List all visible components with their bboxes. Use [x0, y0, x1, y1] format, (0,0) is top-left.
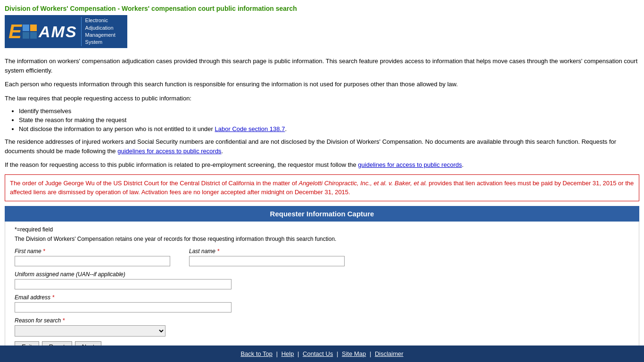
logo-area: E AMS Electronic Adjudication Management…: [0, 15, 644, 53]
logo-tagline-line1: Electronic Adjudication: [85, 17, 124, 32]
email-label: Email address *: [15, 294, 629, 301]
public-records-link2[interactable]: guidelines for access to public records: [358, 161, 462, 168]
reason-group: Reason for search * Legal Medical Resear…: [15, 317, 629, 337]
uan-label: Uniform assigned name (UAN--if applicabl…: [15, 271, 629, 278]
first-name-group: First name *: [15, 248, 170, 266]
footer-sep4: |: [370, 350, 373, 357]
last-name-input[interactable]: [189, 256, 345, 266]
footer: Back to Top | Help | Contact Us | Site M…: [0, 346, 644, 362]
footer-disclaimer[interactable]: Disclaimer: [375, 350, 404, 357]
logo-e-letter: E: [8, 22, 22, 41]
footer-sep2: |: [297, 350, 301, 357]
first-name-label: First name *: [15, 248, 170, 255]
first-name-input[interactable]: [15, 256, 170, 266]
footer-contact-us[interactable]: Contact Us: [303, 350, 333, 357]
uan-input[interactable]: [15, 279, 231, 289]
logo-tagline-line2: Management System: [85, 32, 124, 46]
name-row: First name * Last name *: [15, 248, 629, 266]
logo-left: E AMS: [8, 22, 77, 41]
p5-suffix: .: [462, 161, 464, 168]
bullet3-suffix: .: [285, 125, 287, 132]
email-group: Email address *: [15, 294, 629, 313]
logo-box: E AMS Electronic Adjudication Management…: [5, 15, 127, 48]
info-p5: If the reason for requesting access to t…: [5, 160, 639, 170]
labor-code-link[interactable]: Labor Code section 138.7: [215, 125, 285, 132]
footer-back-to-top[interactable]: Back to Top: [240, 350, 272, 357]
p5-prefix: If the reason for requesting access to t…: [5, 161, 358, 168]
p4-prefix: The residence addresses of injured worke…: [5, 138, 616, 155]
req-bullet3: Not disclose the information to any pers…: [19, 125, 639, 132]
last-name-label: Last name *: [189, 248, 345, 255]
info-p2: Each person who requests information thr…: [5, 80, 639, 89]
bullet3-prefix: Not disclose the information to any pers…: [19, 125, 215, 132]
notice-italic: Angelotti Chiropractic, Inc., et al. v. …: [298, 180, 427, 187]
reason-label: Reason for search *: [15, 317, 629, 324]
last-name-group: Last name *: [189, 248, 345, 266]
content-area: The information on workers' compensation…: [0, 53, 644, 362]
footer-sep3: |: [337, 350, 340, 357]
uan-group: Uniform assigned name (UAN--if applicabl…: [15, 271, 629, 289]
logo-sq2: [30, 25, 37, 31]
form-section-header: Requester Information Capture: [5, 206, 639, 222]
footer-sep1: |: [276, 350, 280, 357]
notice-before-italic: The order of Judge George Wu of the US D…: [10, 180, 298, 187]
logo-squares: [23, 25, 37, 39]
red-notice: The order of Judge George Wu of the US D…: [5, 174, 639, 201]
logo-tagline: Electronic Adjudication Management Syste…: [81, 17, 124, 46]
requirements-list: Identify themselves State the reason for…: [19, 107, 639, 132]
required-note: *=required field: [15, 226, 629, 233]
form-section: *=required field The Division of Workers…: [5, 222, 639, 362]
retention-note: The Division of Workers' Compensation re…: [15, 236, 629, 242]
footer-site-map[interactable]: Site Map: [342, 350, 366, 357]
logo-ams: AMS: [39, 23, 77, 41]
logo-sq1: [23, 25, 29, 31]
email-input[interactable]: [15, 302, 231, 313]
page-title: Division of Workers' Compensation - Work…: [0, 0, 644, 15]
info-p1: The information on workers' compensation…: [5, 57, 639, 75]
p4-suffix: .: [222, 148, 223, 155]
logo-sq3: [23, 32, 29, 39]
reason-select[interactable]: Legal Medical Research Other: [15, 325, 165, 337]
req-bullet2: State the reason for making the request: [19, 116, 639, 123]
footer-help[interactable]: Help: [281, 350, 294, 357]
info-p4: The residence addresses of injured worke…: [5, 137, 639, 156]
info-p3: The law requires that people requesting …: [5, 94, 639, 103]
logo-sq4: [30, 32, 37, 39]
req-bullet1: Identify themselves: [19, 107, 639, 115]
public-records-link1[interactable]: guidelines for access to public records: [117, 148, 221, 155]
